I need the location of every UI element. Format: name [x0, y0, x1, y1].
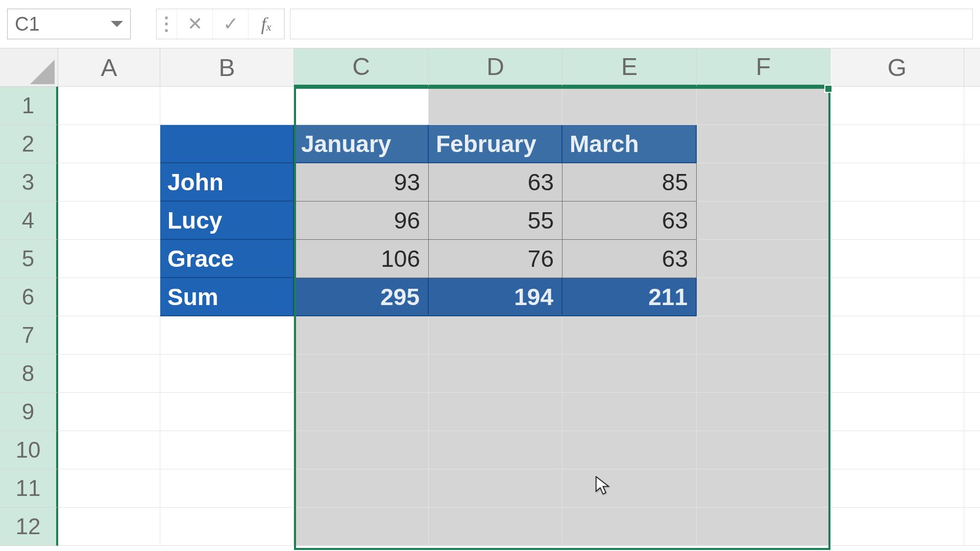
cell-E12[interactable] — [562, 508, 697, 546]
cell-G8[interactable] — [830, 355, 964, 393]
cell-E8[interactable] — [562, 355, 697, 393]
row-header-5[interactable]: 5 — [0, 240, 58, 278]
cell-G6[interactable] — [830, 278, 964, 316]
cell-C3[interactable]: 93 — [294, 163, 429, 202]
cell-F4[interactable] — [697, 202, 830, 240]
cell-F9[interactable] — [697, 393, 830, 431]
cell-F10[interactable] — [697, 431, 830, 469]
cell-B10[interactable] — [160, 431, 294, 469]
cell-G10[interactable] — [830, 431, 964, 469]
cell-F7[interactable] — [697, 316, 830, 355]
spreadsheet-grid[interactable]: A B C D E F G 1 2 3 4 5 6 7 8 9 10 11 12… — [0, 48, 980, 546]
more-icon[interactable]: ⋮ — [157, 9, 177, 39]
cell-F3[interactable] — [697, 163, 830, 202]
confirm-formula-button[interactable]: ✓ — [213, 9, 249, 39]
cell-B1[interactable] — [160, 87, 294, 125]
cell-A11[interactable] — [58, 469, 160, 508]
cell-B9[interactable] — [160, 393, 294, 431]
cell-C7[interactable] — [294, 316, 429, 355]
cell-G11[interactable] — [830, 469, 964, 508]
cell-G5[interactable] — [830, 240, 964, 278]
cell-A5[interactable] — [58, 240, 160, 278]
cell-G7[interactable] — [830, 316, 964, 355]
col-header-B[interactable]: B — [160, 48, 294, 87]
cell-D1[interactable] — [429, 87, 562, 125]
col-header-C[interactable]: C — [294, 48, 429, 87]
cell-D2[interactable]: February — [429, 125, 562, 163]
row-header-9[interactable]: 9 — [0, 393, 58, 431]
cell-ov4[interactable] — [964, 202, 980, 240]
cell-D8[interactable] — [429, 355, 562, 393]
cell-A4[interactable] — [58, 202, 160, 240]
cell-A8[interactable] — [58, 355, 160, 393]
col-header-F[interactable]: F — [697, 48, 830, 87]
cell-ov11[interactable] — [964, 469, 980, 508]
col-header-E[interactable]: E — [562, 48, 697, 87]
cell-C4[interactable]: 96 — [294, 202, 429, 240]
cell-B4[interactable]: Lucy — [160, 202, 294, 240]
cell-ov3[interactable] — [964, 163, 980, 202]
row-header-10[interactable]: 10 — [0, 431, 58, 469]
cell-B8[interactable] — [160, 355, 294, 393]
insert-function-button[interactable]: fx — [249, 9, 284, 39]
formula-input[interactable] — [290, 9, 973, 39]
cell-ov9[interactable] — [964, 393, 980, 431]
cell-C9[interactable] — [294, 393, 429, 431]
cell-E1[interactable] — [562, 87, 697, 125]
cell-ov1[interactable] — [964, 87, 980, 125]
cell-ov7[interactable] — [964, 316, 980, 355]
row-header-12[interactable]: 12 — [0, 508, 58, 546]
cell-C2[interactable]: January — [294, 125, 429, 163]
cell-B6[interactable]: Sum — [160, 278, 294, 316]
cell-D6[interactable]: 194 — [429, 278, 562, 316]
row-header-3[interactable]: 3 — [0, 163, 58, 202]
cell-D9[interactable] — [429, 393, 562, 431]
cell-E4[interactable]: 63 — [562, 202, 697, 240]
cell-B12[interactable] — [160, 508, 294, 546]
row-header-8[interactable]: 8 — [0, 355, 58, 393]
cell-D11[interactable] — [429, 469, 562, 508]
name-box[interactable]: C1 — [7, 9, 131, 39]
cell-C8[interactable] — [294, 355, 429, 393]
cell-C12[interactable] — [294, 508, 429, 546]
cell-C6[interactable]: 295 — [294, 278, 429, 316]
cell-ov10[interactable] — [964, 431, 980, 469]
cell-D5[interactable]: 76 — [429, 240, 562, 278]
cell-F2[interactable] — [697, 125, 830, 163]
cell-A2[interactable] — [58, 125, 160, 163]
cell-B3[interactable]: John — [160, 163, 294, 202]
cell-A3[interactable] — [58, 163, 160, 202]
row-header-4[interactable]: 4 — [0, 202, 58, 240]
row-header-6[interactable]: 6 — [0, 278, 58, 316]
cell-G1[interactable] — [830, 87, 964, 125]
cell-E3[interactable]: 85 — [562, 163, 697, 202]
cell-A7[interactable] — [58, 316, 160, 355]
cell-C1[interactable] — [294, 87, 429, 125]
cell-E11[interactable] — [562, 469, 697, 508]
cell-B11[interactable] — [160, 469, 294, 508]
cell-G12[interactable] — [830, 508, 964, 546]
cell-E6[interactable]: 211 — [562, 278, 697, 316]
cell-E10[interactable] — [562, 431, 697, 469]
col-header-G[interactable]: G — [830, 48, 964, 87]
select-all-corner[interactable] — [0, 48, 58, 87]
cell-B7[interactable] — [160, 316, 294, 355]
cell-ov6[interactable] — [964, 278, 980, 316]
cell-D4[interactable]: 55 — [429, 202, 562, 240]
cell-E5[interactable]: 63 — [562, 240, 697, 278]
cell-G3[interactable] — [830, 163, 964, 202]
col-header-D[interactable]: D — [429, 48, 562, 87]
cell-F5[interactable] — [697, 240, 830, 278]
cell-C11[interactable] — [294, 469, 429, 508]
cell-F1[interactable] — [697, 87, 830, 125]
cell-F11[interactable] — [697, 469, 830, 508]
cell-D10[interactable] — [429, 431, 562, 469]
cell-C10[interactable] — [294, 431, 429, 469]
row-header-1[interactable]: 1 — [0, 87, 58, 125]
row-header-11[interactable]: 11 — [0, 469, 58, 508]
cell-D7[interactable] — [429, 316, 562, 355]
cell-F12[interactable] — [697, 508, 830, 546]
cell-B5[interactable]: Grace — [160, 240, 294, 278]
cell-ov5[interactable] — [964, 240, 980, 278]
cell-ov8[interactable] — [964, 355, 980, 393]
